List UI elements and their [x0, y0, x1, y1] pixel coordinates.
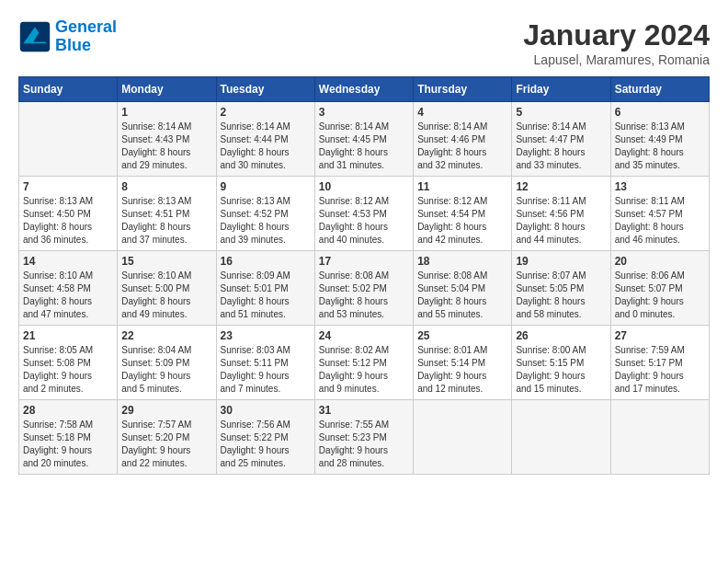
day-info: Sunrise: 8:13 AM Sunset: 4:50 PM Dayligh… — [23, 195, 113, 247]
calendar-cell: 16Sunrise: 8:09 AM Sunset: 5:01 PM Dayli… — [216, 251, 314, 326]
day-info: Sunrise: 8:14 AM Sunset: 4:45 PM Dayligh… — [319, 121, 409, 172]
day-number: 24 — [319, 329, 409, 342]
calendar-cell: 1Sunrise: 8:14 AM Sunset: 4:43 PM Daylig… — [118, 102, 216, 177]
header-cell-saturday: Saturday — [610, 77, 709, 102]
day-number: 16 — [221, 255, 311, 268]
week-row-1: 1Sunrise: 8:14 AM Sunset: 4:43 PM Daylig… — [19, 102, 710, 177]
calendar-cell: 12Sunrise: 8:11 AM Sunset: 4:56 PM Dayli… — [512, 177, 610, 251]
header-cell-thursday: Thursday — [414, 77, 512, 102]
calendar-cell — [610, 400, 709, 475]
day-number: 11 — [417, 180, 507, 193]
calendar-cell: 27Sunrise: 7:59 AM Sunset: 5:17 PM Dayli… — [610, 326, 709, 400]
calendar-cell: 29Sunrise: 7:57 AM Sunset: 5:20 PM Dayli… — [118, 400, 216, 475]
day-number: 23 — [221, 329, 311, 342]
calendar-cell: 25Sunrise: 8:01 AM Sunset: 5:14 PM Dayli… — [414, 326, 512, 400]
day-number: 18 — [417, 255, 507, 268]
day-number: 19 — [516, 255, 606, 268]
logo-icon — [18, 20, 51, 53]
day-number: 28 — [23, 404, 113, 417]
calendar-cell: 6Sunrise: 8:13 AM Sunset: 4:49 PM Daylig… — [610, 102, 709, 177]
calendar-cell — [414, 400, 512, 475]
day-info: Sunrise: 7:58 AM Sunset: 5:18 PM Dayligh… — [23, 419, 113, 470]
day-number: 1 — [121, 106, 211, 119]
calendar-cell: 17Sunrise: 8:08 AM Sunset: 5:02 PM Dayli… — [314, 251, 413, 326]
day-number: 30 — [221, 404, 311, 417]
calendar-cell: 22Sunrise: 8:04 AM Sunset: 5:09 PM Dayli… — [118, 326, 216, 400]
day-number: 17 — [319, 255, 409, 268]
calendar-cell: 11Sunrise: 8:12 AM Sunset: 4:54 PM Dayli… — [414, 177, 512, 251]
calendar-cell: 7Sunrise: 8:13 AM Sunset: 4:50 PM Daylig… — [19, 177, 118, 251]
week-row-4: 21Sunrise: 8:05 AM Sunset: 5:08 PM Dayli… — [19, 326, 710, 400]
calendar-cell: 13Sunrise: 8:11 AM Sunset: 4:57 PM Dayli… — [610, 177, 709, 251]
calendar-cell: 30Sunrise: 7:56 AM Sunset: 5:22 PM Dayli… — [216, 400, 314, 475]
day-number: 8 — [121, 180, 211, 193]
calendar-cell: 15Sunrise: 8:10 AM Sunset: 5:00 PM Dayli… — [118, 251, 216, 326]
calendar-cell: 5Sunrise: 8:14 AM Sunset: 4:47 PM Daylig… — [512, 102, 610, 177]
logo-text: General Blue — [55, 18, 117, 55]
calendar-cell: 21Sunrise: 8:05 AM Sunset: 5:08 PM Dayli… — [19, 326, 118, 400]
day-info: Sunrise: 8:08 AM Sunset: 5:02 PM Dayligh… — [319, 270, 409, 321]
day-info: Sunrise: 8:12 AM Sunset: 4:53 PM Dayligh… — [319, 195, 409, 247]
day-info: Sunrise: 7:55 AM Sunset: 5:23 PM Dayligh… — [319, 419, 409, 470]
day-info: Sunrise: 8:14 AM Sunset: 4:44 PM Dayligh… — [221, 121, 311, 172]
day-info: Sunrise: 8:02 AM Sunset: 5:12 PM Dayligh… — [319, 344, 409, 396]
week-row-3: 14Sunrise: 8:10 AM Sunset: 4:58 PM Dayli… — [19, 251, 710, 326]
day-info: Sunrise: 8:05 AM Sunset: 5:08 PM Dayligh… — [23, 344, 113, 396]
day-number: 4 — [417, 106, 507, 119]
day-number: 25 — [417, 329, 507, 342]
calendar-cell — [19, 102, 118, 177]
header-cell-wednesday: Wednesday — [314, 77, 413, 102]
logo: General Blue — [18, 18, 117, 55]
day-info: Sunrise: 8:14 AM Sunset: 4:47 PM Dayligh… — [516, 121, 606, 172]
day-number: 9 — [221, 180, 311, 193]
day-number: 2 — [221, 106, 311, 119]
calendar-cell: 10Sunrise: 8:12 AM Sunset: 4:53 PM Dayli… — [314, 177, 413, 251]
subtitle: Lapusel, Maramures, Romania — [523, 52, 710, 67]
calendar-cell: 18Sunrise: 8:08 AM Sunset: 5:04 PM Dayli… — [414, 251, 512, 326]
day-info: Sunrise: 7:59 AM Sunset: 5:17 PM Dayligh… — [615, 344, 705, 396]
calendar-cell: 8Sunrise: 8:13 AM Sunset: 4:51 PM Daylig… — [118, 177, 216, 251]
day-info: Sunrise: 7:56 AM Sunset: 5:22 PM Dayligh… — [221, 419, 311, 470]
day-number: 10 — [319, 180, 409, 193]
calendar-cell: 4Sunrise: 8:14 AM Sunset: 4:46 PM Daylig… — [414, 102, 512, 177]
day-number: 26 — [516, 329, 606, 342]
day-number: 31 — [319, 404, 409, 417]
header-row: SundayMondayTuesdayWednesdayThursdayFrid… — [19, 77, 710, 102]
day-number: 22 — [121, 329, 211, 342]
header: General Blue January 2024 Lapusel, Maram… — [18, 18, 710, 67]
day-info: Sunrise: 8:04 AM Sunset: 5:09 PM Dayligh… — [121, 344, 211, 396]
day-info: Sunrise: 8:13 AM Sunset: 4:52 PM Dayligh… — [221, 195, 311, 247]
calendar-cell: 2Sunrise: 8:14 AM Sunset: 4:44 PM Daylig… — [216, 102, 314, 177]
day-number: 13 — [615, 180, 705, 193]
header-cell-sunday: Sunday — [19, 77, 118, 102]
day-info: Sunrise: 8:08 AM Sunset: 5:04 PM Dayligh… — [417, 270, 507, 321]
day-number: 7 — [23, 180, 113, 193]
calendar-cell — [512, 400, 610, 475]
main-title: January 2024 — [523, 18, 710, 52]
header-cell-monday: Monday — [118, 77, 216, 102]
day-info: Sunrise: 8:01 AM Sunset: 5:14 PM Dayligh… — [417, 344, 507, 396]
calendar-cell: 28Sunrise: 7:58 AM Sunset: 5:18 PM Dayli… — [19, 400, 118, 475]
calendar-cell: 23Sunrise: 8:03 AM Sunset: 5:11 PM Dayli… — [216, 326, 314, 400]
day-info: Sunrise: 8:06 AM Sunset: 5:07 PM Dayligh… — [615, 270, 705, 321]
header-cell-tuesday: Tuesday — [216, 77, 314, 102]
day-info: Sunrise: 8:13 AM Sunset: 4:49 PM Dayligh… — [615, 121, 705, 172]
day-number: 21 — [23, 329, 113, 342]
calendar-cell: 26Sunrise: 8:00 AM Sunset: 5:15 PM Dayli… — [512, 326, 610, 400]
day-number: 27 — [615, 329, 705, 342]
day-info: Sunrise: 8:13 AM Sunset: 4:51 PM Dayligh… — [121, 195, 211, 247]
day-number: 6 — [615, 106, 705, 119]
calendar-table: SundayMondayTuesdayWednesdayThursdayFrid… — [18, 76, 710, 475]
calendar-cell: 19Sunrise: 8:07 AM Sunset: 5:05 PM Dayli… — [512, 251, 610, 326]
day-number: 14 — [23, 255, 113, 268]
day-number: 20 — [615, 255, 705, 268]
day-info: Sunrise: 8:10 AM Sunset: 5:00 PM Dayligh… — [121, 270, 211, 321]
day-info: Sunrise: 8:14 AM Sunset: 4:46 PM Dayligh… — [417, 121, 507, 172]
day-info: Sunrise: 8:00 AM Sunset: 5:15 PM Dayligh… — [516, 344, 606, 396]
calendar-cell: 3Sunrise: 8:14 AM Sunset: 4:45 PM Daylig… — [314, 102, 413, 177]
week-row-5: 28Sunrise: 7:58 AM Sunset: 5:18 PM Dayli… — [19, 400, 710, 475]
header-cell-friday: Friday — [512, 77, 610, 102]
calendar-cell: 31Sunrise: 7:55 AM Sunset: 5:23 PM Dayli… — [314, 400, 413, 475]
day-number: 15 — [121, 255, 211, 268]
day-info: Sunrise: 8:10 AM Sunset: 4:58 PM Dayligh… — [23, 270, 113, 321]
